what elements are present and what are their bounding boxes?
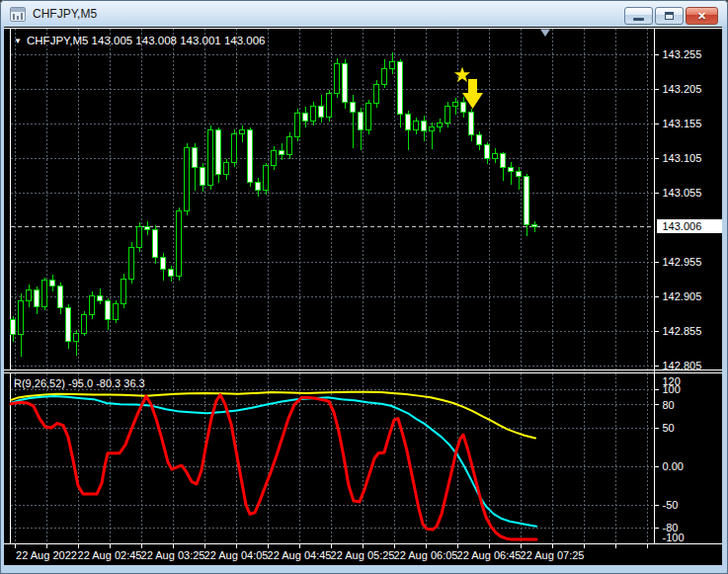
- bull-candle: [74, 333, 79, 341]
- bear-candle: [532, 225, 537, 226]
- bull-candle: [224, 163, 229, 174]
- bull-candle: [42, 281, 47, 307]
- bull-candle: [27, 289, 32, 301]
- svg-text:100: 100: [663, 383, 681, 395]
- bull-candle: [445, 107, 450, 123]
- bear-candle: [319, 107, 324, 118]
- bear-candle: [461, 102, 466, 112]
- svg-text:-100: -100: [663, 532, 685, 543]
- svg-text:22 Aug 06:45: 22 Aug 06:45: [457, 549, 522, 561]
- minimize-icon: [633, 18, 644, 21]
- svg-text:143.105: 143.105: [663, 152, 702, 164]
- chart-client-area: 143.255143.205143.155143.105143.055142.9…: [4, 27, 722, 565]
- bear-candle: [256, 183, 261, 191]
- bull-candle: [208, 129, 213, 185]
- svg-text:22 Aug 02:45: 22 Aug 02:45: [78, 549, 142, 561]
- svg-text:0.00: 0.00: [663, 460, 684, 472]
- bear-candle: [98, 295, 103, 301]
- bull-candle: [114, 304, 119, 319]
- bear-candle: [509, 167, 514, 171]
- bull-candle: [311, 107, 316, 122]
- svg-text:22 Aug 03:25: 22 Aug 03:25: [141, 549, 205, 561]
- svg-text:143.006: 143.006: [663, 220, 702, 232]
- bull-candle: [240, 129, 245, 133]
- bear-candle: [248, 129, 253, 182]
- chart-dropdown-icon: ▼: [14, 37, 22, 45]
- svg-text:22 Aug 06:05: 22 Aug 06:05: [394, 549, 458, 561]
- bull-candle: [374, 84, 379, 104]
- svg-text:R(9,26,52) -95.0 -80.3 36.3: R(9,26,52) -95.0 -80.3 36.3: [14, 377, 145, 389]
- close-button[interactable]: ✕: [686, 7, 718, 25]
- bull-candle: [272, 150, 277, 165]
- bull-candle: [295, 114, 300, 137]
- indicator-label: R(9,26,52) -95.0 -80.3 36.3: [14, 377, 145, 389]
- bear-candle: [201, 167, 205, 185]
- bull-candle: [232, 134, 237, 163]
- bear-candle: [303, 114, 308, 122]
- bear-candle: [35, 289, 40, 307]
- bear-candle: [161, 257, 166, 270]
- symbol-ohlc-header: ▼CHFJPY,M5 143.005 143.008 143.001 143.0…: [14, 35, 265, 46]
- bull-candle: [335, 63, 340, 94]
- bull-candle: [287, 136, 292, 154]
- chart-window-icon: [10, 7, 26, 22]
- restore-icon: [665, 12, 674, 20]
- chart-shift-marker-icon: [540, 30, 550, 38]
- bear-candle: [525, 177, 529, 225]
- bull-candle: [137, 226, 142, 247]
- bull-candle: [430, 127, 435, 131]
- svg-text:142.805: 142.805: [663, 360, 702, 371]
- svg-text:143.255: 143.255: [663, 48, 702, 60]
- bear-candle: [501, 153, 506, 167]
- bear-candle: [406, 115, 411, 129]
- bull-candle: [382, 69, 387, 84]
- bear-candle: [66, 308, 71, 342]
- bull-candle: [493, 153, 498, 159]
- svg-text:142.905: 142.905: [663, 290, 702, 302]
- bear-candle: [216, 129, 221, 174]
- bull-candle: [438, 123, 443, 126]
- svg-text:142.855: 142.855: [663, 325, 702, 337]
- bull-candle: [366, 104, 371, 130]
- bear-candle: [153, 229, 158, 257]
- window-titlebar[interactable]: CHFJPY,M5 ✕: [1, 1, 727, 27]
- svg-text:22 Aug 04:05: 22 Aug 04:05: [204, 549, 269, 561]
- bear-candle: [359, 112, 364, 129]
- bear-candle: [280, 150, 284, 154]
- candlestick-series: [11, 52, 537, 357]
- restore-button[interactable]: [655, 7, 684, 25]
- time-axis: 22 Aug 202222 Aug 02:4522 Aug 03:2522 Au…: [15, 544, 647, 561]
- svg-text:50: 50: [663, 422, 675, 434]
- bull-candle: [82, 315, 87, 333]
- bull-candle: [185, 148, 190, 211]
- svg-text:143.155: 143.155: [663, 118, 702, 129]
- bear-candle: [145, 226, 150, 229]
- bull-candle: [327, 94, 332, 118]
- svg-text:143.055: 143.055: [663, 187, 702, 199]
- mt4-chart-window: CHFJPY,M5 ✕ 143.255143.205143.155143.105…: [0, 0, 728, 574]
- bull-candle: [19, 301, 24, 335]
- close-icon: ✕: [697, 11, 706, 22]
- minimize-button[interactable]: [624, 7, 653, 25]
- bear-candle: [398, 62, 403, 115]
- bull-candle: [390, 62, 395, 69]
- current-price-tag: 143.006: [657, 219, 723, 233]
- bull-candle: [90, 295, 95, 315]
- bear-candle: [343, 63, 348, 102]
- bear-candle: [469, 112, 474, 135]
- bear-candle: [517, 171, 522, 177]
- svg-text:CHFJPY,M5 143.005 143.008 143: CHFJPY,M5 143.005 143.008 143.001 143.00…: [27, 35, 265, 46]
- chart-canvas[interactable]: 143.255143.205143.155143.105143.055142.9…: [4, 27, 722, 565]
- bull-candle: [453, 102, 458, 106]
- svg-text:142.955: 142.955: [663, 256, 702, 268]
- bull-candle: [177, 211, 182, 277]
- bear-candle: [106, 301, 111, 319]
- indicator-axis: 12010080500.00-50-80-100: [655, 375, 685, 543]
- svg-text:22 Aug 04:45: 22 Aug 04:45: [268, 549, 332, 561]
- sell-signal-star-icon: [454, 67, 470, 82]
- window-title: CHFJPY,M5: [33, 7, 97, 21]
- bull-candle: [129, 247, 134, 279]
- price-axis: 143.255143.205143.155143.105143.055142.9…: [655, 48, 702, 371]
- bear-candle: [351, 102, 356, 112]
- bear-candle: [11, 319, 16, 334]
